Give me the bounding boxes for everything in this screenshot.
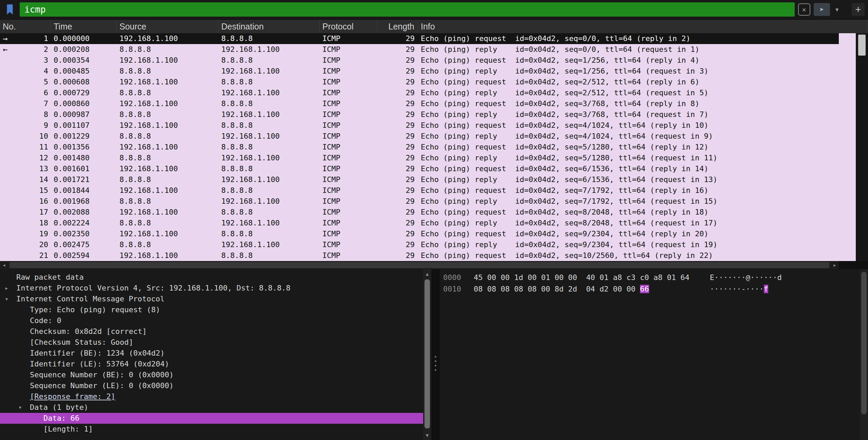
column-header-time[interactable]: Time bbox=[51, 20, 117, 33]
packet-details-pane: Raw packet data▸Internet Protocol Versio… bbox=[0, 269, 423, 440]
packet-row[interactable]: 110.001356192.168.1.1008.8.8.8ICMP29Echo… bbox=[0, 142, 839, 153]
filter-bookmark-button[interactable] bbox=[3, 3, 16, 16]
cell-destination: 8.8.8.8 bbox=[219, 120, 320, 131]
packet-row[interactable]: 100.0012298.8.8.8192.168.1.100ICMP29Echo… bbox=[0, 131, 839, 142]
scroll-left-arrow-icon[interactable]: ◂ bbox=[0, 261, 8, 269]
vertical-scrollbar-thumb[interactable] bbox=[858, 35, 866, 56]
packet-list-horizontal-scrollbar[interactable]: ◂ ▸ bbox=[0, 261, 839, 269]
detail-line[interactable]: ▾Internet Control Message Protocol bbox=[0, 294, 423, 304]
details-scrollbar-thumb[interactable] bbox=[424, 279, 430, 428]
packet-row[interactable]: →10.000000192.168.1.1008.8.8.8ICMP29Echo… bbox=[0, 33, 839, 44]
packet-row[interactable]: 150.001844192.168.1.1008.8.8.8ICMP29Echo… bbox=[0, 185, 839, 196]
horizontal-scrollbar-thumb[interactable] bbox=[10, 262, 829, 268]
column-header-destination[interactable]: Destination bbox=[219, 20, 320, 33]
details-vertical-scrollbar[interactable]: ▲ ▼ bbox=[423, 269, 431, 440]
detail-line[interactable]: Type: Echo (ping) request (8) bbox=[0, 304, 423, 315]
detail-text: [Length: 1] bbox=[43, 425, 93, 433]
column-header-length[interactable]: Length bbox=[377, 20, 418, 33]
packet-row[interactable]: 90.001107192.168.1.1008.8.8.8ICMP29Echo … bbox=[0, 120, 839, 131]
detail-text: Identifier (BE): 1234 (0x04d2) bbox=[30, 349, 165, 357]
pane-splitter[interactable] bbox=[431, 269, 440, 440]
cell-length: 29 bbox=[377, 44, 418, 55]
hex-scrollbar-thumb[interactable] bbox=[861, 272, 867, 414]
tree-collapsed-arrow-icon[interactable]: ▸ bbox=[5, 283, 8, 294]
packet-row[interactable]: 200.0024758.8.8.8192.168.1.100ICMP29Echo… bbox=[0, 239, 839, 250]
packet-row[interactable]: 140.0017218.8.8.8192.168.1.100ICMP29Echo… bbox=[0, 174, 839, 185]
column-header-source[interactable]: Source bbox=[117, 20, 219, 33]
detail-line[interactable]: Data: 66 bbox=[0, 413, 423, 424]
cell-protocol: ICMP bbox=[320, 120, 377, 131]
packet-list-vertical-scrollbar[interactable] bbox=[856, 33, 868, 261]
cell-time: 0.001229 bbox=[51, 131, 117, 142]
detail-line[interactable]: Sequence Number (BE): 0 (0x0000) bbox=[0, 369, 423, 380]
cell-protocol: ICMP bbox=[320, 33, 377, 44]
packet-list-minimap-scrollbar[interactable] bbox=[839, 33, 856, 261]
cell-length: 29 bbox=[377, 87, 418, 98]
cell-length: 29 bbox=[377, 142, 418, 153]
packet-row[interactable]: 170.002088192.168.1.1008.8.8.8ICMP29Echo… bbox=[0, 207, 839, 218]
detail-line[interactable]: ▾Data (1 byte) bbox=[0, 402, 423, 413]
detail-line[interactable]: Code: 0 bbox=[0, 315, 423, 326]
tree-expanded-arrow-icon[interactable]: ▾ bbox=[5, 294, 8, 304]
filter-dropdown-button[interactable]: ▾ bbox=[833, 5, 841, 14]
hex-line[interactable]: 001008 08 08 08 08 00 8d 2d 04 d2 00 00 … bbox=[440, 283, 860, 295]
column-header-info[interactable]: Info bbox=[418, 20, 868, 33]
cell-length: 29 bbox=[377, 66, 418, 77]
add-filter-button[interactable]: + bbox=[852, 3, 865, 16]
cell-no: 10 bbox=[0, 131, 51, 142]
detail-line[interactable]: [Checksum Status: Good] bbox=[0, 337, 423, 348]
detail-line[interactable]: [Response frame: 2] bbox=[0, 391, 423, 402]
detail-line[interactable]: Raw packet data bbox=[0, 272, 423, 283]
scroll-down-arrow-icon[interactable]: ▼ bbox=[423, 431, 431, 439]
cell-time: 0.000208 bbox=[51, 44, 117, 55]
packet-list: →10.000000192.168.1.1008.8.8.8ICMP29Echo… bbox=[0, 33, 839, 261]
cell-destination: 192.168.1.100 bbox=[219, 174, 320, 185]
cell-destination: 192.168.1.100 bbox=[219, 66, 320, 77]
cell-no: 16 bbox=[0, 196, 51, 207]
cell-info: Echo (ping) reply id=0x04d2, seq=9/2304,… bbox=[418, 239, 839, 250]
packet-row[interactable]: 50.000608192.168.1.1008.8.8.8ICMP29Echo … bbox=[0, 77, 839, 87]
detail-line[interactable]: Sequence Number (LE): 0 (0x0000) bbox=[0, 380, 423, 391]
filter-clear-button[interactable]: ✕ bbox=[798, 3, 810, 16]
packet-row[interactable]: 130.001601192.168.1.1008.8.8.8ICMP29Echo… bbox=[0, 163, 839, 174]
packet-row[interactable]: 180.0022248.8.8.8192.168.1.100ICMP29Echo… bbox=[0, 218, 839, 228]
detail-line[interactable]: Checksum: 0x8d2d [correct] bbox=[0, 326, 423, 337]
packet-row[interactable]: 40.0004858.8.8.8192.168.1.100ICMP29Echo … bbox=[0, 66, 839, 77]
cell-length: 29 bbox=[377, 33, 418, 44]
hex-offset: 0010 bbox=[443, 283, 464, 295]
cell-length: 29 bbox=[377, 196, 418, 207]
response-frame-link[interactable]: [Response frame: 2] bbox=[30, 392, 115, 401]
packet-row[interactable]: 190.002350192.168.1.1008.8.8.8ICMP29Echo… bbox=[0, 228, 839, 239]
hex-line[interactable]: 000045 00 00 1d 00 01 00 00 40 01 a8 c3 … bbox=[440, 272, 860, 283]
cell-length: 29 bbox=[377, 207, 418, 218]
display-filter-input[interactable] bbox=[20, 2, 795, 17]
packet-row[interactable]: 70.000860192.168.1.1008.8.8.8ICMP29Echo … bbox=[0, 98, 839, 109]
packet-row[interactable]: 120.0014808.8.8.8192.168.1.100ICMP29Echo… bbox=[0, 153, 839, 163]
cell-time: 0.001480 bbox=[51, 153, 117, 163]
packet-row[interactable]: ←20.0002088.8.8.8192.168.1.100ICMP29Echo… bbox=[0, 44, 839, 55]
detail-line[interactable]: [Length: 1] bbox=[0, 424, 423, 435]
packet-row[interactable]: 60.0007298.8.8.8192.168.1.100ICMP29Echo … bbox=[0, 87, 839, 98]
packet-row[interactable]: 210.002594192.168.1.1008.8.8.8ICMP29Echo… bbox=[0, 250, 839, 261]
scroll-right-arrow-icon[interactable]: ▸ bbox=[831, 261, 839, 269]
scroll-up-arrow-icon[interactable]: ▲ bbox=[423, 270, 431, 278]
cell-destination: 8.8.8.8 bbox=[219, 163, 320, 174]
tree-expanded-arrow-icon[interactable]: ▾ bbox=[18, 402, 22, 413]
cell-source: 8.8.8.8 bbox=[117, 174, 219, 185]
hex-dump-pane: 000045 00 00 1d 00 01 00 00 40 01 a8 c3 … bbox=[440, 269, 860, 440]
cell-protocol: ICMP bbox=[320, 250, 377, 261]
packet-row[interactable]: 80.0009878.8.8.8192.168.1.100ICMP29Echo … bbox=[0, 109, 839, 120]
column-header-protocol[interactable]: Protocol bbox=[320, 20, 377, 33]
cell-time: 0.000485 bbox=[51, 66, 117, 77]
filter-apply-button[interactable]: ➤ bbox=[814, 3, 830, 16]
hex-vertical-scrollbar[interactable] bbox=[860, 269, 868, 440]
detail-line[interactable]: Identifier (BE): 1234 (0x04d2) bbox=[0, 348, 423, 359]
detail-line[interactable]: ▸Internet Protocol Version 4, Src: 192.1… bbox=[0, 283, 423, 294]
cell-protocol: ICMP bbox=[320, 131, 377, 142]
packet-row[interactable]: 30.000354192.168.1.1008.8.8.8ICMP29Echo … bbox=[0, 55, 839, 66]
column-header-no[interactable]: No. bbox=[0, 20, 51, 33]
cell-source: 192.168.1.100 bbox=[117, 228, 219, 239]
detail-line[interactable]: Identifier (LE): 53764 (0xd204) bbox=[0, 359, 423, 369]
packet-row[interactable]: 160.0019688.8.8.8192.168.1.100ICMP29Echo… bbox=[0, 196, 839, 207]
cell-protocol: ICMP bbox=[320, 196, 377, 207]
